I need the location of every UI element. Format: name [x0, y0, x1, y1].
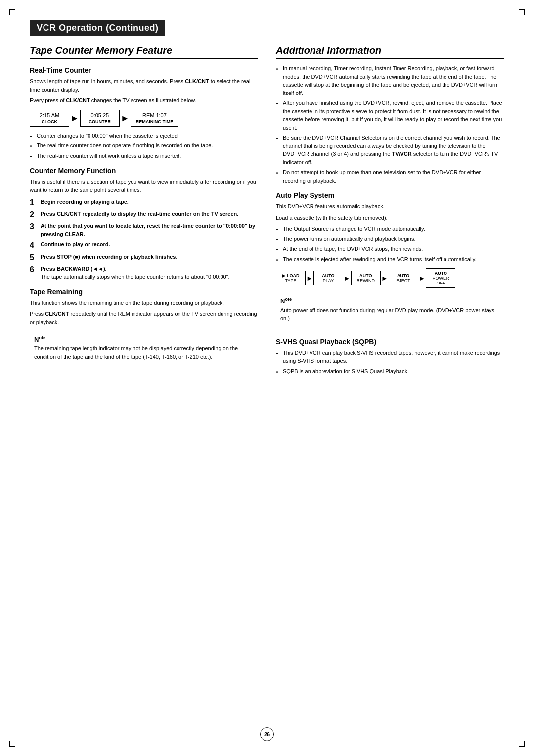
step-4: 4 Continue to play or record.	[30, 240, 258, 250]
bullet-item: In manual recording, Timer recording, In…	[283, 64, 504, 97]
real-time-para2: Every press of CLK/CNT changes the TV sc…	[30, 96, 258, 105]
tape-remaining-note: Note The remaining tape length indicator…	[30, 331, 258, 364]
auto-play-bullets: The Output Source is changed to VCR mode…	[283, 225, 504, 263]
auto-play-para1: This DVD+VCR features automatic playback…	[276, 202, 504, 211]
bullet-item: Be sure the DVD+VCR Channel Selector is …	[283, 134, 504, 166]
counter-arrow-2: ►	[121, 114, 130, 123]
corner-mark-tr	[519, 9, 525, 15]
left-column: Tape Counter Memory Feature Real-Time Co…	[30, 45, 258, 378]
bullet-item: The Output Source is changed to VCR mode…	[283, 225, 504, 233]
page-number: 26	[260, 727, 274, 741]
ap-arrow-3: ►	[381, 274, 388, 282]
bullet-item: After you have finished using the DVD+VC…	[283, 99, 504, 132]
counter-memory-heading: Counter Memory Function	[30, 167, 258, 175]
autoplay-diagram: ▶ LOAD TAPE ► AUTO PLAY ► AUTO REWIND ► …	[276, 268, 504, 288]
counter-memory-para: This is useful if there is a section of …	[30, 178, 258, 194]
step-2: 2 Press CLK/CNT repeatedly to display th…	[30, 210, 258, 219]
ap-box-rewind: AUTO REWIND	[351, 271, 381, 285]
additional-info-bullets: In manual recording, Timer recording, In…	[283, 64, 504, 185]
bullet-item: The real-time counter does not operate i…	[37, 142, 258, 150]
bullet-item: Do not attempt to hook up more than one …	[283, 168, 504, 185]
ap-box-play: AUTO PLAY	[313, 271, 343, 285]
bullet-item: This DVD+VCR can play back S-VHS recorde…	[283, 349, 504, 365]
counter-memory-steps: 1 Begin recording or playing a tape. 2 P…	[30, 198, 258, 281]
step-5: 5 Press STOP (■) when recording or playb…	[30, 253, 258, 262]
real-time-counter-heading: Real-Time Counter	[30, 66, 258, 74]
step-1: 1 Begin recording or playing a tape.	[30, 198, 258, 207]
bullet-item: SQPB is an abbreviation for S-VHS Quasi …	[283, 367, 504, 376]
counter-box-counter: 0:05:25 COUNTER	[80, 110, 120, 127]
bullet-item: The real-time counter will not work unle…	[37, 152, 258, 160]
counter-box-remaining: REM 1:07 REMAINING TIME	[131, 110, 179, 127]
ap-box-eject: AUTO EJECT	[389, 271, 418, 285]
counter-arrow-1: ►	[70, 114, 79, 123]
real-time-bullets: Counter changes to "0:00:00" when the ca…	[37, 132, 258, 160]
bullet-item: Counter changes to "0:00:00" when the ca…	[37, 132, 258, 140]
tape-remaining-para2: Press CLK/CNT repeatedly until the REM i…	[30, 310, 258, 326]
auto-play-note: Note Auto power off does not function du…	[276, 293, 504, 326]
real-time-para1: Shows length of tape run in hours, minut…	[30, 77, 258, 94]
corner-mark-bl	[9, 741, 15, 747]
bullet-item: At the end of the tape, the DVD+VCR stop…	[283, 245, 504, 253]
svhs-bullets: This DVD+VCR can play back S-VHS recorde…	[283, 349, 504, 376]
step-6: 6 Press BACKWARD (◄◄). The tape automati…	[30, 265, 258, 281]
counter-box-clock: 2:15 AM CLOCK	[30, 110, 69, 127]
ap-arrow-4: ►	[419, 274, 426, 282]
step-3: 3 At the point that you want to locate l…	[30, 222, 258, 238]
right-column: Additional Information In manual recordi…	[276, 45, 504, 378]
counter-diagram: 2:15 AM CLOCK ► 0:05:25 COUNTER ► REM 1:…	[30, 110, 258, 127]
corner-mark-tl	[9, 9, 15, 15]
ap-arrow-1: ►	[306, 274, 313, 282]
bullet-item: The power turns on automatically and pla…	[283, 235, 504, 243]
auto-play-para2: Load a cassette (with the safety tab rem…	[276, 214, 504, 222]
tape-remaining-para1: This function shows the remaining time o…	[30, 299, 258, 307]
corner-mark-br	[519, 741, 525, 747]
svhs-heading: S-VHS Quasi Playback (SQPB)	[276, 338, 504, 346]
tape-remaining-heading: Tape Remaining	[30, 288, 258, 296]
ap-box-power-off: AUTO POWER OFF	[426, 268, 455, 288]
ap-box-load: ▶ LOAD TAPE	[276, 271, 306, 285]
page-header: VCR Operation (Continued)	[30, 20, 165, 36]
right-main-heading: Additional Information	[276, 45, 504, 59]
left-main-heading: Tape Counter Memory Feature	[30, 45, 258, 59]
auto-play-heading: Auto Play System	[276, 191, 504, 199]
bullet-item: The cassette is ejected after rewinding …	[283, 255, 504, 264]
ap-arrow-2: ►	[344, 274, 351, 282]
